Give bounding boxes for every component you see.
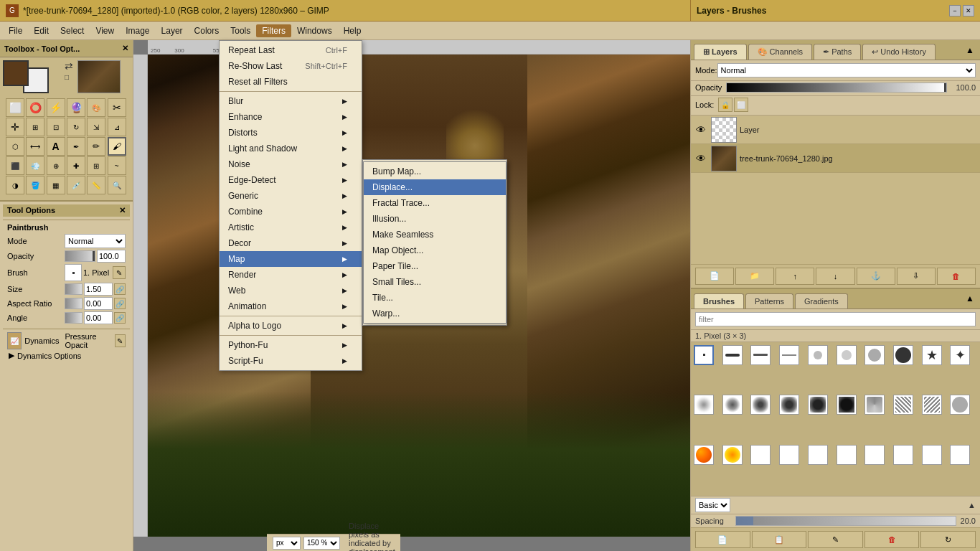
brush-cell-27[interactable] [864,445,885,465]
brush-cell-17[interactable] [864,395,885,415]
filter-script-fu[interactable]: Script-Fu [220,353,362,369]
duplicate-brush-btn[interactable]: 📋 [752,531,807,548]
brush-cell-20[interactable] [950,395,970,415]
new-group-btn[interactable]: 📁 [735,268,774,285]
layer-eye-empty[interactable]: 👁 [694,123,708,137]
foreground-color[interactable] [3,60,29,86]
panel-opacity-slider[interactable] [726,83,947,93]
brush-filter-input[interactable] [695,312,976,326]
reset-colors-btn[interactable]: □ [65,73,73,81]
tool-move[interactable]: ✛ [6,118,24,136]
filter-combine[interactable]: Combine [220,204,362,220]
filter-noise[interactable]: Noise [220,156,362,172]
spacing-slider[interactable] [735,516,956,526]
panel-mode-select[interactable]: Normal [717,63,976,77]
tool-perspective[interactable]: ⬡ [6,137,24,156]
tool-align[interactable]: ⊞ [26,118,44,136]
brush-cell-22[interactable] [722,445,743,465]
filter-blur[interactable]: Blur [220,93,362,109]
brush-cell-15[interactable] [808,395,828,415]
tool-airbrush[interactable]: 💨 [26,156,44,175]
layer-row-empty[interactable]: 👁 Layer [691,116,980,144]
delete-brush-btn[interactable]: 🗑 [864,531,920,548]
tool-select-by-color[interactable]: 🎨 [87,98,105,117]
brush-cell-3[interactable] [750,345,771,365]
tool-zoom[interactable]: 🔍 [108,176,126,194]
brush-cell-26[interactable] [837,445,857,465]
layer-row-image[interactable]: 👁 tree-trunk-70694_1280.jpg [691,144,980,173]
tool-perspective-clone[interactable]: ⊞ [87,156,105,175]
map-make-seamless[interactable]: Make Seamless [364,227,506,242]
map-warp[interactable]: Warp... [364,306,506,321]
brush-cell-19[interactable] [922,395,942,415]
tool-color-picker[interactable]: 💉 [67,176,85,194]
tool-heal[interactable]: ✚ [67,156,85,175]
map-paper-tile[interactable]: Paper Tile... [364,258,506,274]
tool-flip[interactable]: ⟷ [26,137,44,156]
tool-crop[interactable]: ⊡ [47,118,65,136]
size-input[interactable] [84,283,113,296]
map-object[interactable]: Map Object... [364,242,506,258]
tool-options-close[interactable]: ✕ [119,206,126,215]
map-small-tiles[interactable]: Small Tiles... [364,274,506,290]
unit-select[interactable]: px % mm [273,537,301,550]
brush-cell-21[interactable] [694,445,714,465]
opacity-slider[interactable] [65,250,95,262]
tool-dodge-burn[interactable]: ◑ [6,176,24,194]
map-displace[interactable]: Displace... [364,179,506,195]
tool-clone[interactable]: ⊕ [47,156,65,175]
tool-free-select[interactable]: ⚡ [47,98,65,117]
brush-cell-12[interactable] [722,395,743,415]
tab-patterns[interactable]: Patterns [745,293,793,309]
filter-reshow-last[interactable]: Re-Show Last Shift+Ctrl+F [220,58,362,74]
menu-select[interactable]: Select [55,24,90,37]
layer-eye-image[interactable]: 👁 [694,151,708,166]
filter-python-fu[interactable]: Python-Fu [220,337,362,353]
brush-cell-16[interactable] [837,395,857,415]
tool-path[interactable]: ✒ [67,137,85,156]
filter-render[interactable]: Render [220,267,362,283]
brush-cell-6[interactable] [837,345,857,365]
tool-scale[interactable]: ⇲ [87,118,105,136]
tool-eraser[interactable]: ⬛ [6,156,24,175]
tool-rect-select[interactable]: ⬜ [6,98,24,117]
menu-colors[interactable]: Colors [189,24,225,37]
menu-view[interactable]: View [90,24,120,37]
brush-cell-24[interactable] [779,445,799,465]
filter-edge-detect[interactable]: Edge-Detect [220,172,362,188]
tool-blend[interactable]: ▦ [47,176,65,194]
tool-paintbrush[interactable]: 🖌 [108,137,126,156]
tab-channels[interactable]: 🎨 Channels [748,44,813,60]
lock-alpha-btn[interactable]: ⬜ [734,98,748,112]
lock-pixels-btn[interactable]: 🔒 [718,98,732,112]
filter-light-shadow[interactable]: Light and Shadow [220,141,362,156]
filter-enhance[interactable]: Enhance [220,109,362,125]
brush-cell-star[interactable]: ★ [922,345,942,365]
size-chain-btn[interactable]: 🔗 [114,283,126,295]
brush-cell-11[interactable] [694,395,714,415]
refresh-brushes-btn[interactable]: ↻ [920,531,976,548]
angle-slider[interactable] [65,312,83,324]
menu-windows[interactable]: Windows [291,24,338,37]
edit-brush-settings-btn[interactable]: ✎ [808,531,863,548]
delete-layer-btn[interactable]: 🗑 [937,268,976,285]
brush-cell-8[interactable] [893,345,913,365]
merge-layers-btn[interactable]: ⇩ [897,268,936,285]
layers-minimize-btn[interactable]: − [949,5,961,17]
tool-pencil[interactable]: ✏ [87,137,105,156]
map-illusion[interactable]: Illusion... [364,211,506,227]
size-slider[interactable] [65,283,83,295]
menu-filters[interactable]: Filters [256,24,291,37]
filter-repeat-last[interactable]: Repeat Last Ctrl+F [220,42,362,58]
filter-map[interactable]: Map [220,251,362,267]
brush-cell-30[interactable] [950,445,970,465]
raise-layer-btn[interactable]: ↑ [776,268,814,285]
angle-input[interactable] [84,311,113,324]
filter-animation[interactable]: Animation [220,298,362,314]
brush-cell-4[interactable] [779,345,799,365]
opacity-input[interactable] [97,250,126,263]
map-tile[interactable]: Tile... [364,290,506,306]
tool-text[interactable]: A [47,137,65,156]
brush-cell-10[interactable]: ✦ [950,345,970,365]
edit-dynamics-btn[interactable]: ✎ [115,334,126,347]
